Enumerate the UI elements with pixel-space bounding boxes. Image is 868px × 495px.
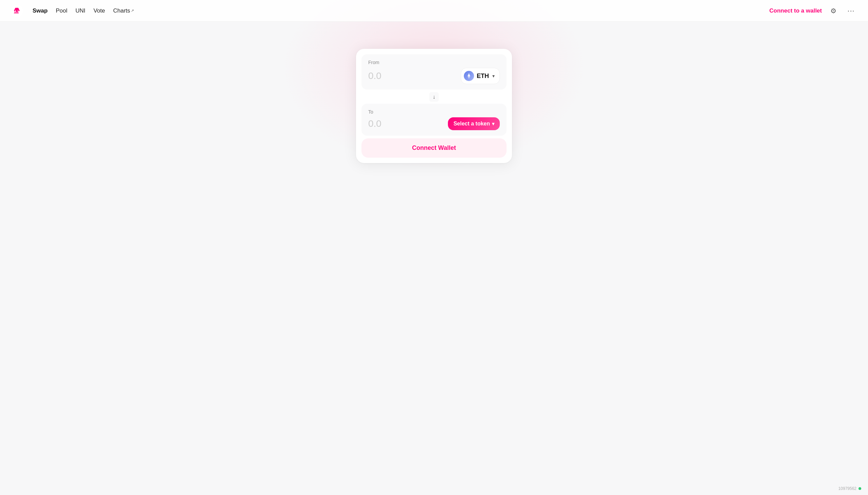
nav-link-charts[interactable]: Charts↗ — [113, 7, 134, 14]
to-amount-input[interactable] — [368, 118, 429, 129]
swap-arrow-container: ↓ — [361, 91, 507, 103]
nav-links: Swap Pool UNI Vote Charts↗ — [33, 7, 134, 14]
to-row: Select a token ▾ — [368, 117, 500, 130]
eth-icon — [464, 71, 474, 81]
connect-wallet-header-button[interactable]: Connect to a wallet — [769, 7, 822, 14]
from-token-name: ETH — [477, 72, 489, 80]
connect-wallet-main-button[interactable]: Connect Wallet — [361, 138, 507, 158]
nav-link-pool[interactable]: Pool — [56, 7, 67, 14]
navbar-right: Connect to a wallet ⚙ ··· — [769, 5, 857, 17]
from-token-chevron-icon: ▾ — [492, 73, 495, 79]
to-section: To Select a token ▾ — [361, 104, 507, 136]
nav-link-vote[interactable]: Vote — [93, 7, 105, 14]
select-token-button[interactable]: Select a token ▾ — [448, 117, 500, 130]
block-number: 10979562 — [838, 486, 856, 491]
nav-link-swap[interactable]: Swap — [33, 7, 48, 14]
status-dot-icon — [858, 487, 861, 490]
from-token-selector[interactable]: ETH ▾ — [461, 68, 500, 84]
settings-icon: ⚙ — [830, 7, 836, 15]
main-content: From ETH ▾ ↓ — [0, 22, 868, 163]
status-bar: 10979562 — [838, 486, 861, 491]
settings-button[interactable]: ⚙ — [827, 5, 839, 17]
select-token-chevron-icon: ▾ — [492, 121, 494, 126]
from-row: ETH ▾ — [368, 68, 500, 84]
to-label: To — [368, 109, 500, 115]
more-icon: ··· — [847, 6, 854, 15]
from-amount-input[interactable] — [368, 70, 429, 81]
navbar-left: Swap Pool UNI Vote Charts↗ — [11, 5, 134, 17]
from-label: From — [368, 60, 500, 65]
from-section: From ETH ▾ — [361, 54, 507, 89]
swap-direction-button[interactable]: ↓ — [429, 91, 439, 102]
uniswap-logo — [11, 5, 23, 17]
nav-link-uni[interactable]: UNI — [75, 7, 85, 14]
more-options-button[interactable]: ··· — [845, 5, 857, 17]
select-token-label: Select a token — [453, 121, 490, 127]
navbar: Swap Pool UNI Vote Charts↗ Connect to a … — [0, 0, 868, 22]
swap-card: From ETH ▾ ↓ — [356, 49, 512, 163]
swap-arrow-icon: ↓ — [433, 94, 435, 100]
